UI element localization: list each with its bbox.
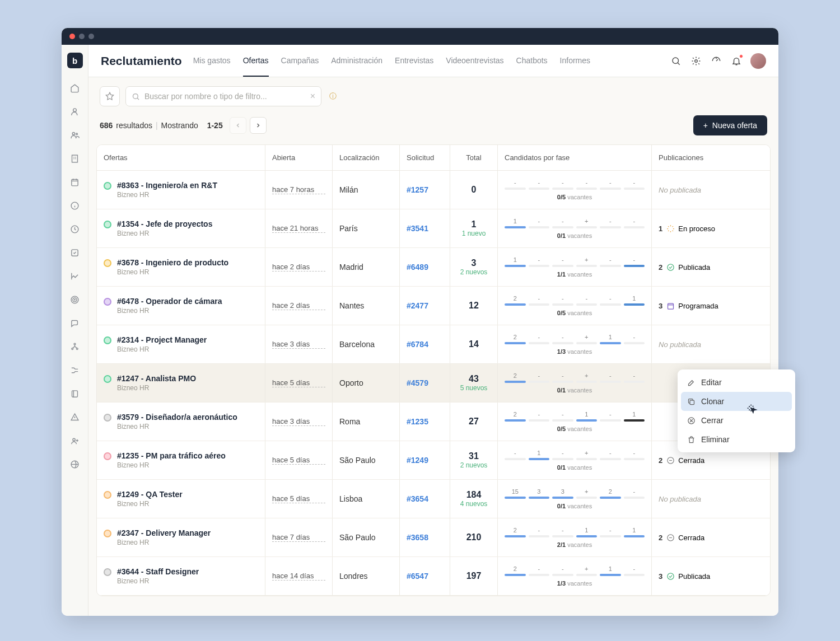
search-box[interactable]: × [125,86,321,106]
table-row[interactable]: #1247 - Analista PMOBizneo HRhace 5 días… [97,364,770,403]
table-row[interactable]: #6478 - Operador de cámaraBizneo HRhace … [97,287,770,325]
request-link[interactable]: #2477 [407,301,443,310]
total: 184 [457,490,491,500]
request-link[interactable]: #6784 [407,340,443,349]
target-icon[interactable] [68,292,82,307]
request-link[interactable]: #6547 [407,572,443,581]
chat-icon[interactable] [68,316,82,330]
people-icon[interactable] [68,433,82,448]
table-row[interactable]: #3579 - Diseñador/a aeronáuticoBizneo HR… [97,403,770,441]
table-row[interactable]: #2347 - Delivery ManagerBizneo HRhace 7 … [97,518,770,557]
location: São Paulo [339,456,393,465]
phases: 2--1-12/1 vacantes [505,527,645,548]
table-row[interactable]: #1235 - PM para tráfico aéreoBizneo HRha… [97,441,770,480]
gauge-icon[interactable] [710,55,722,67]
nav-tab-5[interactable]: Videoentrevistas [446,45,503,77]
avatar[interactable] [750,53,766,69]
status-dot [104,221,111,228]
alert-icon[interactable] [68,410,82,424]
context-item-cerrar[interactable]: Cerrar [681,411,792,430]
phases: 1--+--0/1 vacantes [505,218,645,239]
table-row[interactable]: #1249 - QA TesterBizneo HRhace 5 díasLis… [97,480,770,518]
favorite-button[interactable] [100,86,120,106]
pub-status: 2Cerrada [659,456,763,465]
book-icon[interactable] [68,386,82,401]
svg-point-19 [133,93,138,99]
total: 1 [457,219,491,230]
svg-point-11 [74,343,76,345]
flow-icon[interactable] [68,363,82,377]
request-link[interactable]: #1257 [407,185,443,194]
page-title: Reclutamiento [101,54,182,68]
context-item-clonar[interactable]: Clonar [681,392,792,411]
titlebar [62,28,778,45]
nav-tab-6[interactable]: Chatbots [516,45,548,77]
svg-rect-4 [72,179,78,185]
total: 12 [457,301,491,311]
org-icon[interactable] [68,339,82,354]
nav-tab-7[interactable]: Informes [560,45,590,77]
total: 197 [457,571,491,581]
offer-title: #8363 - Ingeniero/a en R&T [117,181,217,190]
request-link[interactable]: #3654 [407,494,443,503]
info-warning-icon[interactable]: ⓘ [327,91,338,102]
request-link[interactable]: #1235 [407,417,443,426]
table-row[interactable]: #8363 - Ingeniero/a en R&TBizneo HRhace … [97,171,770,209]
nav-tab-0[interactable]: Mis gastos [193,45,231,77]
col-header: Ofertas [97,145,265,170]
users-icon[interactable] [68,128,82,142]
context-item-editar[interactable]: Editar [681,373,792,392]
logo[interactable]: b [67,53,83,68]
clear-icon[interactable]: × [310,91,315,101]
pub-status: 3Programada [659,301,763,310]
table-row[interactable]: #2314 - Project ManagerBizneo HRhace 3 d… [97,325,770,364]
open-time: hace 21 horas [272,224,325,233]
location: París [339,224,393,233]
time-icon[interactable] [68,457,82,471]
status-dot [104,568,111,576]
request-link[interactable]: #6489 [407,263,443,272]
window-close[interactable] [69,34,75,39]
home-icon[interactable] [68,81,82,95]
table-row[interactable]: #1354 - Jefe de proyectosBizneo HRhace 2… [97,209,770,248]
status-dot [104,491,111,499]
prev-page[interactable] [230,117,246,134]
nav-tab-3[interactable]: Administración [331,45,382,77]
phases: 1--+--1/1 vacantes [505,256,645,278]
offer-title: #3579 - Diseñador/a aeronáutico [117,413,237,422]
user-icon[interactable] [68,104,82,119]
gear-icon[interactable] [690,55,702,67]
open-time: hace 7 horas [272,185,325,194]
phases: 1533+2-0/1 vacantes [505,488,645,509]
request-link[interactable]: #4579 [407,378,443,387]
new-offer-button[interactable]: +Nueva oferta [693,115,767,135]
next-page[interactable] [250,117,267,134]
table-row[interactable]: #3678 - Ingeniero de productoBizneo HRha… [97,248,770,287]
context-item-eliminar[interactable]: Eliminar [681,430,792,449]
search-input[interactable] [144,92,306,101]
search-icon[interactable] [670,55,682,67]
request-link[interactable]: #3541 [407,224,443,233]
nav-tab-1[interactable]: Ofertas [243,45,269,77]
col-header: Solicitud [399,145,450,170]
company: Bizneo HR [104,191,258,199]
clock-icon[interactable] [68,222,82,236]
info-icon[interactable] [68,198,82,213]
window-max[interactable] [88,34,94,39]
bell-icon[interactable] [730,55,743,67]
check-icon[interactable] [68,245,82,260]
calendar-icon[interactable] [68,175,82,189]
building-icon[interactable] [68,151,82,166]
open-time: hace 7 días [272,533,325,542]
location: Lisboa [339,494,393,503]
window-min[interactable] [79,34,85,39]
request-link[interactable]: #1249 [407,456,443,465]
table-row[interactable]: #3644 - Staff DesignerBizneo HRhace 14 d… [97,557,770,596]
open-time: hace 2 días [272,263,325,272]
nav-tab-2[interactable]: Campañas [281,45,319,77]
chart-icon[interactable] [68,269,82,283]
nav-tab-4[interactable]: Entrevistas [395,45,433,77]
location: Madrid [339,263,393,272]
svg-rect-25 [690,400,694,405]
request-link[interactable]: #3658 [407,533,443,542]
